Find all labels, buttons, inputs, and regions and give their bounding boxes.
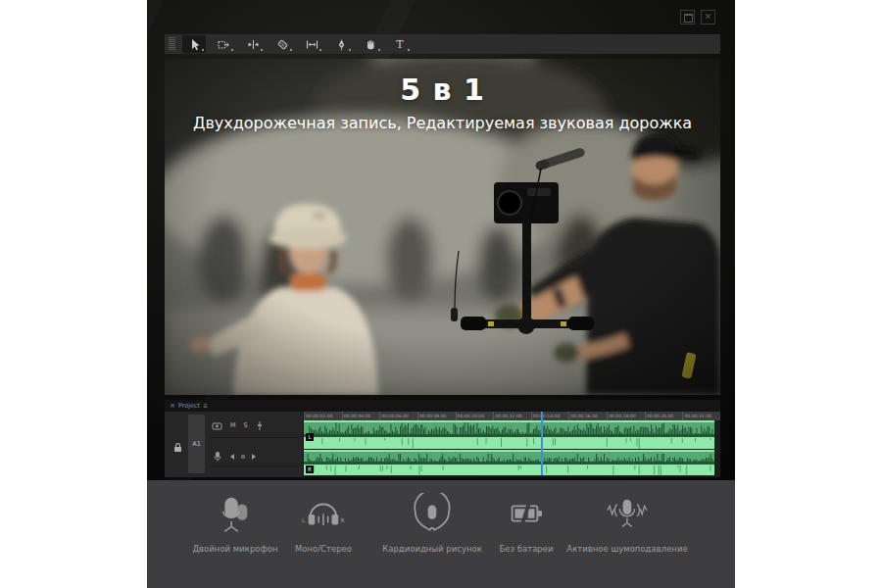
ruler-tick: 00:00:10:00 <box>456 412 494 420</box>
svg-text:R: R <box>341 517 345 523</box>
channel-label-right: R <box>306 466 314 473</box>
mute-button[interactable]: M <box>230 422 236 429</box>
hero-subtitle: Двухдорожечная запись, Редактируемая зву… <box>165 114 720 132</box>
solo-button[interactable]: S <box>244 422 248 429</box>
audio-clip-right-channel[interactable]: R <box>304 450 714 475</box>
dual-microphone-icon <box>213 493 258 534</box>
audio-clip-left-channel[interactable]: L <box>304 420 714 449</box>
header-divider <box>210 437 299 438</box>
add-keyframe-button[interactable] <box>241 455 245 459</box>
pen-nib-icon <box>335 38 348 51</box>
next-keyframe-button[interactable] <box>252 454 256 460</box>
track-area: 00:00:02:0000:00:04:0000:00:06:0000:00:0… <box>304 412 720 477</box>
waveform-left <box>304 420 714 449</box>
ruler-tick: 00:00:16:00 <box>568 412 607 420</box>
fader-icon[interactable] <box>256 420 264 431</box>
slide-tool-button[interactable] <box>300 35 323 53</box>
ripple-edit-tool-button[interactable] <box>241 35 265 53</box>
hero-text-block: 5 в 1 Двухдорожечная запись, Редактируем… <box>165 73 720 132</box>
cardioid-pattern-icon <box>410 493 455 534</box>
ruler-tick: 00:00:04:00 <box>342 412 380 420</box>
project-tab[interactable]: × Project ☰ <box>170 403 208 410</box>
ruler-tick: 00:00:02:00 <box>304 412 342 420</box>
ruler-tick: 00:00:18:00 <box>607 412 645 420</box>
feature-label: Активное шумоподавление <box>564 544 691 554</box>
hand-tool-button[interactable] <box>359 35 382 53</box>
ruler-tick: 00:00:22:00 <box>682 412 720 420</box>
ruler-tick: 00:00:20:00 <box>645 412 683 420</box>
close-button[interactable]: ✕ <box>701 10 715 24</box>
time-ruler[interactable]: 00:00:02:0000:00:04:0000:00:06:0000:00:0… <box>304 412 720 420</box>
feature-noise-cancellation: Активное шумоподавление <box>564 493 691 554</box>
track-output-icon[interactable] <box>212 421 222 431</box>
track-controls-row-2 <box>212 451 256 463</box>
toolbar-grip-handle[interactable] <box>169 37 175 51</box>
audio-track-header: A1 M S <box>165 412 304 477</box>
timeline-panel: × Project ☰ A1 M S <box>165 400 720 477</box>
selection-tool-button[interactable] <box>182 35 206 53</box>
voiceover-mic-icon[interactable] <box>212 451 223 463</box>
hero-title: 5 в 1 <box>165 73 720 107</box>
tab-close-icon[interactable]: × <box>170 403 175 410</box>
noise-cancellation-icon <box>605 493 650 534</box>
type-tool-icon: T <box>396 39 403 50</box>
maximize-button[interactable] <box>680 10 695 24</box>
channel-label-left: L <box>306 433 314 441</box>
tab-label: Project <box>178 403 200 410</box>
ripple-edit-icon <box>247 38 260 51</box>
pen-tool-button[interactable] <box>329 35 353 53</box>
no-battery-icon <box>504 493 549 534</box>
track-controls-row-1: M S <box>212 420 264 431</box>
ruler-tick: 00:00:12:00 <box>493 412 531 420</box>
hand-icon <box>365 38 377 51</box>
playhead[interactable] <box>541 412 543 475</box>
track-select-forward-tool-button[interactable] <box>212 35 235 53</box>
tools-toolbar: T <box>165 34 720 54</box>
track-select-icon <box>218 38 230 51</box>
track-lock-button[interactable] <box>172 438 183 457</box>
track-target-toggle[interactable]: A1 <box>188 415 205 473</box>
tab-menu-icon[interactable]: ☰ <box>203 404 207 409</box>
product-composition: ✕ T <box>147 0 735 588</box>
selection-arrow-icon <box>188 38 201 51</box>
timeline-tabbar: × Project ☰ <box>165 400 720 412</box>
timeline-body: A1 M S 00:00:02:0000:00:04:0000:00:06: <box>165 412 720 477</box>
razor-blade-icon <box>276 38 289 51</box>
type-tool-button[interactable]: T <box>388 35 412 53</box>
features-band: Двойной микрофон L R Кардиоидный рисунок… <box>147 480 735 588</box>
ruler-tick: 00:00:08:00 <box>417 412 456 420</box>
waveform-right <box>304 450 714 475</box>
svg-text:L: L <box>302 517 306 523</box>
lock-icon <box>172 442 183 453</box>
mono-stereo-headphones-icon: L R <box>301 493 346 534</box>
slide-icon <box>306 38 318 51</box>
razor-tool-button[interactable] <box>270 35 294 53</box>
header-divider <box>210 466 299 466</box>
ruler-tick: 00:00:06:00 <box>379 412 417 420</box>
program-monitor: 5 в 1 Двухдорожечная запись, Редактируем… <box>165 59 720 395</box>
ruler-tick: 00:00:14:00 <box>531 412 569 420</box>
previous-keyframe-button[interactable] <box>230 454 234 460</box>
